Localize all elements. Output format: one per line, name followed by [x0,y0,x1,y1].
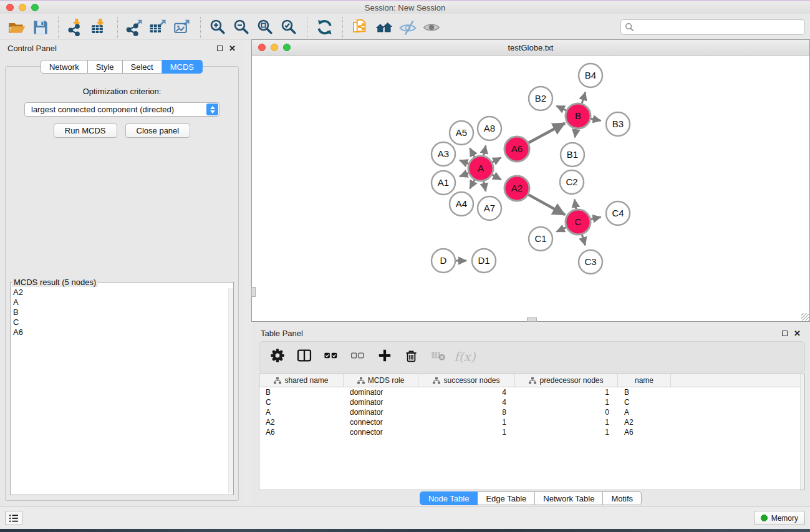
birdseye-handle-left[interactable] [251,287,256,297]
graph-node-A7[interactable]: A7 [478,196,501,220]
table-settings-button[interactable] [266,346,289,368]
table-row[interactable]: Adominator80A [259,407,804,417]
zoom-selected-button[interactable] [277,17,301,38]
column-header-shared-name[interactable]: shared name [259,374,344,387]
memory-button[interactable]: Memory [754,511,805,525]
graph-node-C[interactable]: C [566,210,591,235]
mcds-result-item[interactable]: A [13,297,233,307]
mcds-result-item[interactable]: B [13,307,233,317]
graph-node-C1[interactable]: C1 [529,227,552,251]
mcds-result-item[interactable]: C [13,317,233,327]
table-scrollbar[interactable] [800,374,804,490]
graph-node-C2[interactable]: C2 [560,170,584,194]
graph-edge-A-A5[interactable] [470,148,475,157]
tab-style[interactable]: Style [88,60,123,74]
network-canvas[interactable]: B4B2BB3A8A5A6A3B1AC2A1A2A4A7C4CC1C3DD1 [252,56,809,321]
show-all-button[interactable] [420,17,443,38]
graph-node-A3[interactable]: A3 [432,142,455,166]
close-panel-button[interactable]: Close panel [125,123,191,138]
export-network-button[interactable] [123,17,147,38]
graph-edge-C-C1[interactable] [557,228,566,232]
graph-node-C3[interactable]: C3 [579,250,602,274]
graph-edge-A-A8[interactable] [484,145,486,155]
graph-edge-A-A1[interactable] [460,173,468,177]
tab-network[interactable]: Network [41,60,88,74]
graph-node-D1[interactable]: D1 [472,249,496,273]
optimization-dropdown[interactable]: largest connected component (directed) [24,102,219,117]
mcds-result-item[interactable]: A6 [13,327,233,337]
graph-node-B3[interactable]: B3 [606,112,630,136]
table-tab-node-table[interactable]: Node Table [420,491,478,505]
refresh-view-button[interactable] [313,17,337,38]
home-view-button[interactable] [372,17,396,38]
graph-edge-B-B2[interactable] [556,106,566,110]
table-float-panel-icon[interactable] [782,331,788,336]
graph-node-A6[interactable]: A6 [504,137,529,162]
birdseye-handle-bottom[interactable] [527,317,537,322]
show-panels-button[interactable] [5,511,22,525]
tab-select[interactable]: Select [123,60,162,74]
graph-edge-A-A6[interactable] [493,158,501,162]
graph-edge-A6-B[interactable] [529,123,565,143]
delete-column-button[interactable] [400,346,423,368]
float-panel-icon[interactable] [217,46,223,51]
network-window-titlebar[interactable]: testGlobe.txt [252,40,809,56]
graph-node-B2[interactable]: B2 [529,87,552,110]
table-row[interactable]: Bdominator41B [259,387,804,397]
zoom-fit-button[interactable] [254,17,277,38]
export-image-button[interactable] [171,17,195,38]
duplicate-network-button[interactable] [349,17,372,38]
run-mcds-button[interactable]: Run MCDS [54,123,117,138]
graph-node-A1[interactable]: A1 [432,171,455,195]
table-close-panel-icon[interactable]: ✕ [794,329,801,337]
table-tab-network-table[interactable]: Network Table [535,491,603,505]
graph-node-A5[interactable]: A5 [450,121,473,145]
table-tab-edge-table[interactable]: Edge Table [478,491,535,505]
search-box[interactable] [620,19,805,35]
mcds-result-item[interactable]: A2 [13,288,233,297]
table-row[interactable]: A6connector11A6 [259,427,804,437]
close-panel-icon[interactable]: ✕ [229,44,236,52]
graph-edge-B-B3[interactable] [591,118,601,120]
zoom-in-button[interactable] [206,17,230,38]
graph-node-A4[interactable]: A4 [450,192,473,216]
graph-node-B4[interactable]: B4 [579,64,602,87]
window-resize-grip[interactable] [801,313,809,321]
graph-node-B[interactable]: B [566,104,591,128]
deselect-all-button[interactable] [346,346,369,368]
tab-mcds[interactable]: MCDS [162,60,203,74]
column-header-name[interactable]: name [618,374,671,387]
graph-edge-C-C2[interactable] [574,200,576,210]
column-header-MCDS-role[interactable]: MCDS role [344,374,418,387]
graph-node-A[interactable]: A [468,156,493,181]
save-session-button[interactable] [29,17,52,38]
graph-edge-C-C3[interactable] [582,235,585,245]
graph-node-C4[interactable]: C4 [606,201,630,225]
search-input[interactable] [634,22,801,32]
graph-node-D[interactable]: D [432,249,455,273]
graph-node-A2[interactable]: A2 [504,176,529,201]
zoom-out-button[interactable] [230,17,254,38]
toggle-panel-split-button[interactable] [292,346,316,368]
add-column-button[interactable] [373,346,396,368]
graph-edge-B-B4[interactable] [582,92,586,104]
open-session-button[interactable] [5,17,29,38]
import-table-button[interactable] [88,17,112,38]
select-all-button[interactable] [319,346,342,368]
column-header-successor-nodes[interactable]: successor nodes [418,374,515,387]
graph-node-A8[interactable]: A8 [478,117,501,140]
result-scrollbar[interactable] [228,288,233,493]
export-table-button[interactable] [147,17,171,38]
hide-unselected-button[interactable] [396,17,420,38]
graph-edge-A-A4[interactable] [470,180,475,188]
graph-edge-A-A7[interactable] [484,181,486,191]
graph-edge-A2-C[interactable] [528,195,565,215]
table-tab-motifs[interactable]: Motifs [603,491,642,505]
table-row[interactable]: A2connector11A2 [259,417,804,427]
graph-edge-A-A3[interactable] [460,160,468,164]
column-header-predecessor-nodes[interactable]: predecessor nodes [515,374,618,387]
graph-edge-B-B1[interactable] [575,129,576,138]
graph-edge-A-A2[interactable] [492,175,501,180]
graph-node-B1[interactable]: B1 [561,143,584,167]
graph-edge-C-C4[interactable] [591,217,601,220]
